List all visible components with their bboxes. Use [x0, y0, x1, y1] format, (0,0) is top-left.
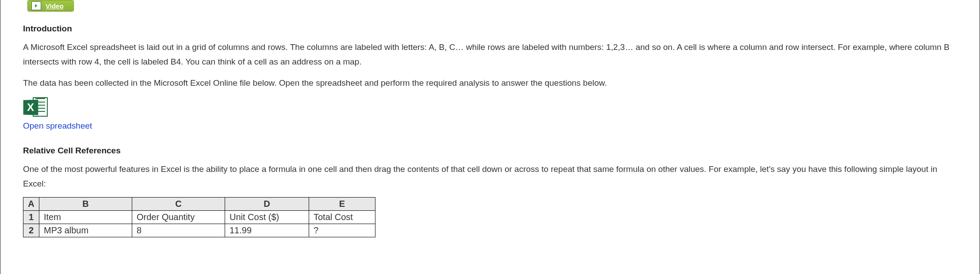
cell: Total Cost	[309, 211, 375, 224]
cell: Unit Cost ($)	[225, 211, 309, 224]
row-header: 1	[23, 211, 39, 224]
cell: Item	[39, 211, 132, 224]
relcell-paragraph-1: One of the most powerful features in Exc…	[23, 162, 957, 191]
video-tab[interactable]: Video	[27, 0, 74, 11]
col-header-D: D	[225, 198, 309, 211]
play-icon	[31, 1, 41, 10]
col-header-C: C	[132, 198, 225, 211]
col-header-A: A	[23, 198, 39, 211]
table-header-row: A B C D E	[23, 198, 375, 211]
excel-file-icon[interactable]: X	[23, 96, 48, 118]
intro-paragraph-2: The data has been collected in the Micro…	[23, 76, 957, 90]
lesson-content: Introduction A Microsoft Excel spreadshe…	[1, 24, 979, 246]
col-header-E: E	[309, 198, 375, 211]
intro-paragraph-1: A Microsoft Excel spreadsheet is laid ou…	[23, 40, 957, 69]
table-row: 2 MP3 album 8 11.99 ?	[23, 224, 375, 237]
cell: 8	[132, 224, 225, 237]
table-row: 1 Item Order Quantity Unit Cost ($) Tota…	[23, 211, 375, 224]
cell: Order Quantity	[132, 211, 225, 224]
cell: ?	[309, 224, 375, 237]
row-header: 2	[23, 224, 39, 237]
video-tab-label: Video	[46, 2, 64, 10]
excel-sample-table: A B C D E 1 Item Order Quantity Unit Cos…	[23, 197, 375, 237]
excel-x-icon: X	[23, 99, 38, 115]
heading-relative-cell-references: Relative Cell References	[23, 146, 957, 156]
open-spreadsheet-link[interactable]: Open spreadsheet	[23, 121, 92, 131]
col-header-B: B	[39, 198, 132, 211]
cell: MP3 album	[39, 224, 132, 237]
heading-introduction: Introduction	[23, 24, 957, 34]
cell: 11.99	[225, 224, 309, 237]
